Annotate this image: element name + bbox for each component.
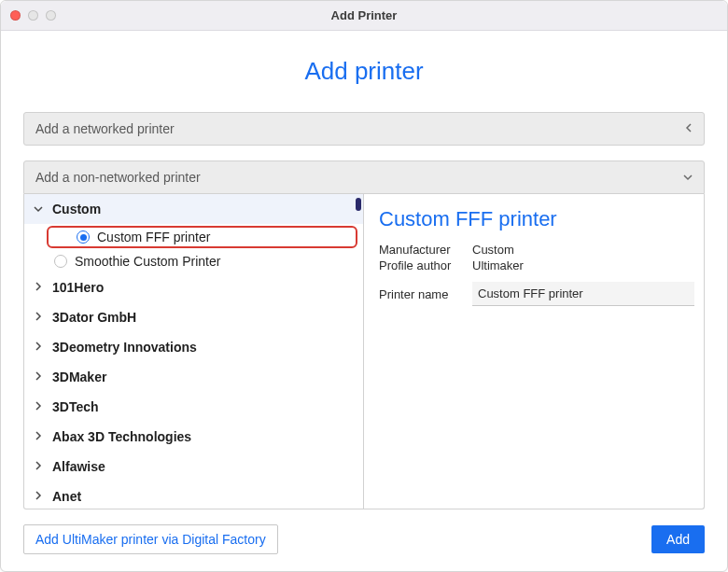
tree-group-label: 3Dator GmbH [52, 310, 136, 325]
tree-group-label: 3Deometry Innovations [52, 340, 197, 355]
section-nonnetworked-label: Add a non-networked printer [35, 170, 201, 185]
radio-icon[interactable] [77, 230, 90, 244]
add-button[interactable]: Add [651, 525, 705, 553]
author-row: Profile author Ultimaker [379, 258, 694, 272]
manufacturer-label: Manufacturer [379, 243, 472, 257]
tree-group[interactable]: Alfawise [24, 452, 363, 481]
tree-group-label: 3DMaker [52, 370, 106, 384]
chevron-down-icon [683, 172, 693, 183]
manufacturer-row: Manufacturer Custom [379, 243, 694, 257]
tree-item-label: Smoothie Custom Printer [75, 254, 220, 269]
page-title: Add printer [23, 57, 705, 86]
printer-name-input[interactable] [472, 282, 694, 306]
add-printer-window: Add Printer Add printer Add a networked … [0, 0, 728, 572]
tree-item-custom-fff[interactable]: Custom FFF printer [47, 226, 357, 248]
tree-group[interactable]: 3Dator GmbH [24, 302, 363, 332]
tree-group[interactable]: 3Deometry Innovations [24, 332, 363, 362]
details-title: Custom FFF printer [379, 207, 694, 231]
chevron-right-icon [34, 312, 43, 323]
tree-group-label: Custom [52, 202, 101, 216]
chevron-left-icon [685, 123, 693, 134]
tree-group-label: 3DTech [52, 399, 99, 414]
section-nonnetworked[interactable]: Add a non-networked printer [23, 160, 705, 194]
chevron-right-icon [34, 401, 43, 412]
tree-group[interactable]: 3DMaker [24, 362, 363, 392]
chevron-right-icon [34, 342, 43, 353]
scrollbar-thumb[interactable] [356, 198, 361, 211]
author-value: Ultimaker [472, 258, 524, 272]
tree-group[interactable]: Abax 3D Technologies [24, 422, 363, 452]
manufacturer-value: Custom [472, 243, 514, 257]
author-label: Profile author [379, 258, 472, 272]
tree-group[interactable]: Anet [24, 481, 363, 509]
window-title: Add Printer [1, 8, 727, 22]
titlebar: Add Printer [1, 1, 727, 31]
radio-icon[interactable] [54, 255, 67, 268]
tree-group-label: Anet [52, 489, 81, 504]
chevron-right-icon [34, 371, 43, 383]
tree-group[interactable]: 101Hero [24, 272, 363, 302]
printer-tree: Custom Custom FFF printer Smoothie Custo… [24, 194, 364, 509]
tree-group[interactable]: 3DTech [24, 392, 363, 422]
tree-item-label: Custom FFF printer [97, 230, 210, 244]
tree-group-custom[interactable]: Custom [24, 194, 363, 224]
printer-details: Custom FFF printer Manufacturer Custom P… [364, 194, 704, 509]
chevron-right-icon [34, 461, 43, 472]
add-via-digital-factory-button[interactable]: Add UltiMaker printer via Digital Factor… [23, 524, 278, 554]
tree-group-label: Abax 3D Technologies [52, 429, 191, 444]
chevron-right-icon [34, 491, 43, 502]
printer-panel: Custom Custom FFF printer Smoothie Custo… [23, 194, 705, 509]
tree-group-label: Alfawise [52, 459, 105, 474]
content: Add printer Add a networked printer Add … [1, 31, 727, 571]
chevron-down-icon [34, 203, 43, 215]
printer-name-row: Printer name [379, 282, 694, 306]
section-networked-label: Add a networked printer [35, 121, 175, 136]
bottom-bar: Add UltiMaker printer via Digital Factor… [23, 524, 705, 554]
chevron-right-icon [34, 282, 43, 293]
chevron-right-icon [34, 431, 43, 442]
section-networked[interactable]: Add a networked printer [23, 112, 705, 146]
tree-group-label: 101Hero [52, 280, 104, 295]
printer-name-label: Printer name [379, 287, 472, 301]
tree-item-smoothie[interactable]: Smoothie Custom Printer [24, 250, 363, 272]
